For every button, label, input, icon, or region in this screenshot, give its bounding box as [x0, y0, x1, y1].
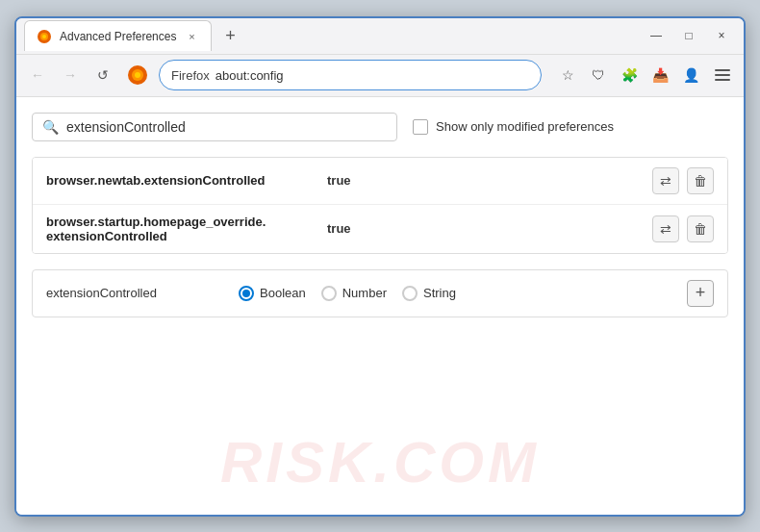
show-modified-label: Show only modified preferences — [436, 119, 614, 134]
radio-boolean-circle — [239, 286, 254, 301]
toolbar-icons: ☆ 🛡 🧩 📥 👤 — [555, 63, 736, 88]
pref-value: true — [327, 173, 641, 188]
add-preference-button[interactable]: + — [687, 280, 714, 307]
delete-icon: 🗑 — [694, 173, 707, 189]
firefox-logo — [126, 63, 149, 87]
reset-icon: ⇄ — [660, 173, 671, 189]
radio-boolean-label: Boolean — [260, 286, 306, 300]
table-row: browser.startup.homepage_override. exten… — [33, 205, 727, 253]
search-input[interactable] — [66, 119, 387, 135]
radio-number-label: Number — [342, 286, 387, 300]
radio-boolean[interactable]: Boolean — [239, 286, 306, 301]
svg-point-2 — [42, 35, 46, 38]
search-icon: 🔍 — [42, 119, 59, 135]
svg-point-5 — [135, 72, 140, 78]
reload-button[interactable]: ↺ — [89, 62, 116, 89]
delete-button[interactable]: 🗑 — [687, 167, 714, 194]
pocket-icon[interactable]: 📥 — [647, 63, 672, 88]
forward-button[interactable]: → — [57, 62, 84, 89]
nav-bar: ← → ↺ Firefox about:config ☆ 🛡 🧩 📥 👤 — [16, 55, 744, 97]
shield-icon[interactable]: 🛡 — [586, 63, 611, 88]
title-bar: Advanced Preferences × + — □ × — [16, 18, 744, 55]
browser-label: Firefox — [171, 68, 210, 83]
page-content: RISK.COM 🔍 Show only modified preference… — [16, 97, 744, 515]
back-button[interactable]: ← — [24, 62, 51, 89]
delete-button[interactable]: 🗑 — [687, 215, 714, 242]
browser-window: Advanced Preferences × + — □ × ← → ↺ Fir… — [14, 16, 746, 517]
pref-value: true — [327, 221, 641, 236]
radio-number[interactable]: Number — [321, 286, 387, 301]
window-controls: — □ × — [642, 24, 736, 47]
show-modified-checkbox[interactable] — [413, 119, 428, 135]
radio-number-circle — [321, 286, 337, 301]
pref-name-line1: browser.startup.homepage_override. — [46, 215, 316, 229]
reset-icon: ⇄ — [660, 221, 671, 237]
new-tab-button[interactable]: + — [217, 23, 242, 48]
radio-string-label: String — [423, 286, 456, 300]
radio-string[interactable]: String — [402, 286, 456, 301]
reset-button[interactable]: ⇄ — [652, 167, 679, 194]
browser-tab[interactable]: Advanced Preferences × — [24, 20, 212, 51]
extension-icon[interactable]: 🧩 — [617, 63, 642, 88]
new-preference-row: extensionControlled Boolean Number Strin… — [32, 269, 728, 317]
pref-name-multiline: browser.startup.homepage_override. exten… — [46, 215, 316, 243]
new-pref-name: extensionControlled — [46, 286, 219, 300]
maximize-button[interactable]: □ — [674, 24, 703, 47]
show-modified-container: Show only modified preferences — [413, 119, 614, 135]
search-box[interactable]: 🔍 — [32, 113, 397, 141]
firefox-tab-icon — [37, 29, 52, 44]
watermark: RISK.COM — [220, 429, 540, 495]
reset-button[interactable]: ⇄ — [652, 215, 679, 242]
account-icon[interactable]: 👤 — [678, 63, 703, 88]
bookmark-icon[interactable]: ☆ — [555, 63, 580, 88]
delete-icon: 🗑 — [694, 221, 707, 237]
pref-actions: ⇄ 🗑 — [652, 215, 714, 242]
close-button[interactable]: × — [707, 24, 736, 47]
radio-string-circle — [402, 286, 418, 301]
url-display: about:config — [215, 68, 284, 83]
menu-button[interactable] — [709, 63, 736, 87]
pref-name: browser.newtab.extensionControlled — [46, 173, 316, 188]
pref-actions: ⇄ 🗑 — [652, 167, 714, 194]
search-row: 🔍 Show only modified preferences — [32, 113, 728, 141]
table-row: browser.newtab.extensionControlled true … — [33, 158, 727, 205]
minimize-button[interactable]: — — [642, 24, 671, 47]
address-bar[interactable]: Firefox about:config — [159, 60, 542, 90]
preferences-table: browser.newtab.extensionControlled true … — [32, 157, 728, 254]
tab-close-button[interactable]: × — [184, 29, 199, 44]
type-radio-group: Boolean Number String — [239, 286, 456, 301]
pref-name-line2: extensionControlled — [46, 229, 316, 243]
tab-title: Advanced Preferences — [60, 30, 176, 43]
